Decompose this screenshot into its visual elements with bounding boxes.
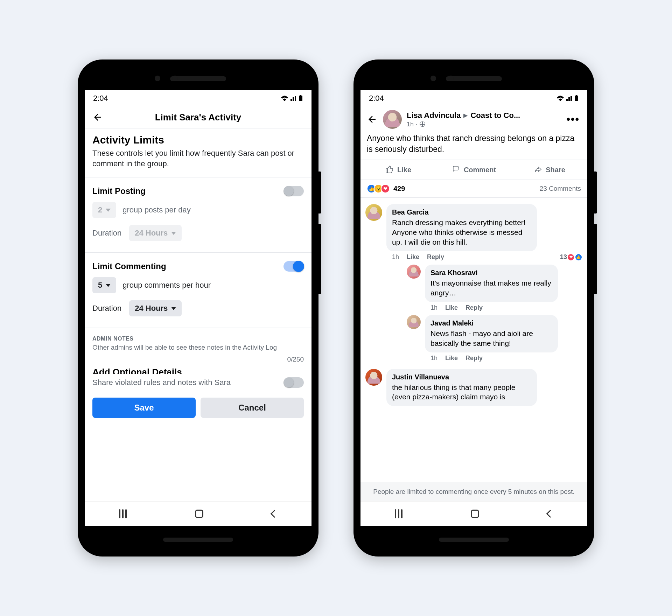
- post-actions: Like Comment Share: [360, 160, 587, 180]
- comment-item: Justin Villanueva the hilarious thing is…: [365, 369, 582, 406]
- posting-count-select[interactable]: 2: [92, 202, 116, 218]
- back-button[interactable]: [92, 111, 104, 123]
- comment-bubble[interactable]: Sara Khosravi It's mayonnaise that makes…: [425, 265, 558, 302]
- commenter-name: Javad Maleki: [430, 319, 552, 327]
- comment-button[interactable]: Comment: [436, 160, 512, 180]
- reaction-count: 429: [393, 185, 405, 193]
- like-button[interactable]: Like: [360, 160, 436, 180]
- home-button[interactable]: [195, 510, 203, 518]
- chevron-down-icon: [106, 209, 111, 212]
- comment-item: Bea Garcia Ranch dressing makes everythi…: [365, 204, 582, 365]
- admin-notes-desc: Other admins will be able to see these n…: [92, 343, 304, 352]
- author-name[interactable]: Lisa Advincula: [407, 111, 461, 120]
- commenter-name: Sara Khosravi: [430, 269, 552, 277]
- svg-rect-3: [576, 95, 577, 96]
- globe-icon: [420, 121, 425, 127]
- commenter-name: Justin Villanueva: [392, 373, 531, 381]
- reply-item: Sara Khosravi It's mayonnaise that makes…: [407, 265, 582, 312]
- back-button[interactable]: [366, 113, 378, 125]
- cancel-button[interactable]: Cancel: [201, 398, 304, 418]
- posting-unit-label: group posts per day: [122, 205, 190, 215]
- save-button[interactable]: Save: [92, 398, 196, 418]
- page-title: Limit Sara's Activity: [104, 112, 293, 123]
- comment-text: the hilarious thing is that many people …: [392, 383, 531, 402]
- comment-bubble[interactable]: Bea Garcia Ranch dressing makes everythi…: [386, 204, 537, 251]
- comment-text: News flash - mayo and aioli are basicall…: [430, 329, 552, 348]
- chevron-down-icon: [171, 232, 176, 235]
- comment-text: It's mayonnaise that makes me really ang…: [430, 278, 552, 298]
- comment-icon: [452, 166, 460, 174]
- limit-commenting-toggle[interactable]: [284, 261, 304, 272]
- comment-reply-button[interactable]: Reply: [465, 304, 483, 312]
- post-time: 1h: [407, 121, 414, 128]
- section-heading: Activity Limits: [92, 134, 304, 146]
- commenter-name: Bea Garcia: [392, 208, 531, 216]
- commenter-avatar[interactable]: [365, 369, 382, 386]
- share-rules-toggle[interactable]: [284, 377, 304, 388]
- comment-bubble[interactable]: Javad Maleki News flash - mayo and aioli…: [425, 315, 558, 352]
- status-bar: 2:04: [85, 90, 312, 106]
- comments-list: Bea Garcia Ranch dressing makes everythi…: [360, 198, 587, 482]
- chevron-down-icon: [171, 307, 176, 310]
- comment-bubble[interactable]: Justin Villanueva the hilarious thing is…: [386, 369, 537, 406]
- status-bar: 2:04: [360, 90, 587, 106]
- like-reaction-icon: 👍: [575, 253, 582, 261]
- post-header: Lisa Advincula ▶ Coast to Co... 1h · •••: [360, 106, 587, 133]
- commenter-avatar[interactable]: [365, 204, 382, 221]
- comment-reply-button[interactable]: Reply: [427, 253, 444, 261]
- thumb-up-icon: [385, 166, 394, 174]
- comment-text: Ranch dressing makes everything better! …: [392, 218, 531, 247]
- status-icons: [281, 95, 303, 102]
- status-time: 2:04: [369, 94, 384, 103]
- svg-rect-2: [575, 96, 578, 101]
- reactions-summary[interactable]: 👍 😮 ❤ 429 23 Comments: [360, 180, 587, 198]
- group-name[interactable]: Coast to Co...: [470, 111, 520, 120]
- limit-posting-toggle[interactable]: [284, 186, 304, 196]
- commenter-avatar[interactable]: [407, 265, 421, 279]
- char-counter: 0/250: [85, 354, 312, 367]
- posting-duration-label: Duration: [92, 229, 121, 238]
- optional-details-heading: Add Optional Details: [85, 367, 312, 374]
- comment-like-button[interactable]: Like: [445, 304, 458, 312]
- share-rules-label: Share violated rules and notes with Sara: [92, 378, 231, 388]
- comments-count[interactable]: 23 Comments: [540, 185, 581, 192]
- comment-time: 1h: [430, 355, 438, 362]
- comment-reactions[interactable]: 13 ❤ 👍: [560, 253, 582, 261]
- recent-apps-button[interactable]: [119, 509, 127, 518]
- commenting-duration-select[interactable]: 24 Hours: [129, 300, 182, 316]
- app-header: Limit Sara's Activity: [85, 106, 312, 128]
- phone-mockup-left: 2:04 Limit Sara's Activity Activity Limi…: [78, 59, 318, 556]
- commenter-avatar[interactable]: [407, 315, 421, 329]
- system-back-button[interactable]: [546, 510, 554, 518]
- comment-limit-banner: People are limited to commenting once ev…: [360, 482, 587, 501]
- post-body: Anyone who thinks that ranch dressing be…: [360, 133, 587, 160]
- svg-rect-1: [300, 95, 301, 96]
- section-description: These controls let you limit how frequen…: [92, 148, 304, 169]
- system-back-button[interactable]: [271, 510, 279, 518]
- author-avatar[interactable]: [383, 110, 402, 129]
- posting-duration-select[interactable]: 24 Hours: [129, 225, 182, 241]
- comment-like-button[interactable]: Like: [445, 355, 458, 362]
- commenting-unit-label: group comments per hour: [122, 281, 211, 290]
- arrow-left-icon: [367, 114, 377, 125]
- limit-commenting-label: Limit Commenting: [92, 261, 166, 271]
- share-button[interactable]: Share: [512, 160, 587, 180]
- status-time: 2:04: [93, 94, 108, 103]
- reply-item: Javad Maleki News flash - mayo and aioli…: [407, 315, 582, 362]
- home-button[interactable]: [471, 510, 479, 518]
- arrow-left-icon: [92, 112, 103, 122]
- recent-apps-button[interactable]: [395, 509, 402, 518]
- phone-mockup-right: 2:04 Lisa Advincula ▶ Coast to Co...: [354, 59, 594, 556]
- limit-posting-label: Limit Posting: [92, 186, 146, 196]
- love-reaction-icon: ❤: [381, 184, 390, 193]
- comment-like-button[interactable]: Like: [407, 253, 419, 261]
- comment-time: 1h: [430, 304, 438, 312]
- commenting-count-select[interactable]: 5: [92, 277, 116, 293]
- svg-rect-0: [299, 96, 302, 101]
- commenting-duration-label: Duration: [92, 304, 121, 313]
- comment-reply-button[interactable]: Reply: [465, 355, 483, 362]
- more-options-button[interactable]: •••: [564, 113, 582, 125]
- android-nav-bar: [360, 501, 587, 526]
- chevron-down-icon: [106, 284, 111, 287]
- comment-time: 1h: [392, 253, 399, 261]
